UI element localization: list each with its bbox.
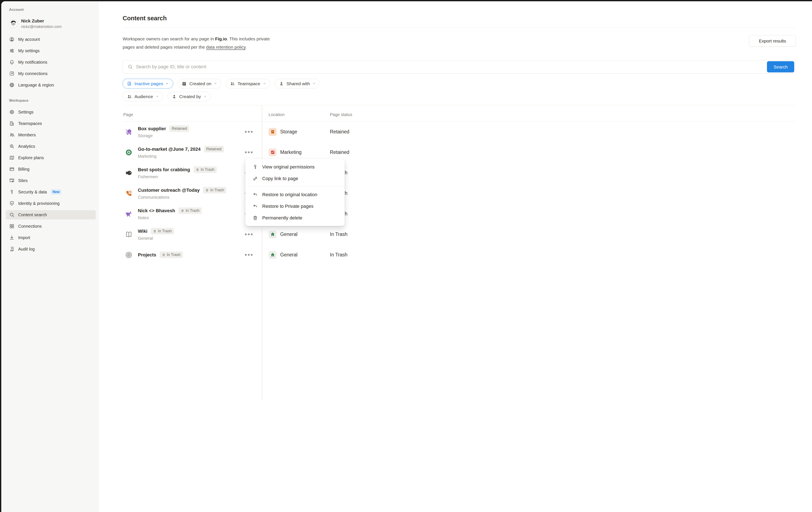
data-retention-policy-link[interactable]: data retention policy [206, 44, 245, 50]
new-badge: New [51, 189, 61, 194]
sidebar-item-settings[interactable]: Settings [6, 108, 96, 117]
search-icon [127, 64, 133, 69]
sidebar-item-my-notifications[interactable]: My notifications [6, 58, 96, 67]
trash-icon [162, 253, 165, 256]
sidebar-item-language-region[interactable]: Language & region [6, 80, 96, 90]
search-icon [9, 212, 14, 217]
sidebar-item-audit-log[interactable]: Audit log [6, 244, 96, 254]
filter-inactive-pages[interactable]: Inactive pages [123, 79, 173, 88]
sidebar-item-import[interactable]: Import [6, 233, 96, 242]
home-icon [268, 251, 277, 256]
menu-item-restore-private-pages[interactable]: Restore to Private pages [247, 201, 343, 212]
globe-icon [9, 82, 14, 88]
filter-created-on[interactable]: Created on [177, 79, 221, 88]
filter-row-2: Audience Created by [123, 92, 406, 101]
menu-item-permanently-delete[interactable]: Permanently delete [247, 212, 343, 224]
account-user: Nick Zuber nickz@makenotion.com [6, 17, 96, 30]
chevron-down-icon [166, 82, 169, 85]
fish-icon [125, 169, 133, 177]
account-nav: My account My settings My notifications … [6, 35, 96, 90]
status-badge: Retained [204, 146, 224, 152]
building-icon [9, 121, 14, 126]
sidebar-item-members[interactable]: Members [6, 130, 96, 140]
in-trash-badge: In Trash [203, 187, 226, 193]
map-icon [9, 155, 14, 160]
people-icon [127, 94, 132, 99]
arrow-up-right-square-icon [9, 71, 14, 76]
filter-shared-with[interactable]: Shared with [275, 79, 320, 88]
sidebar-item-security-data[interactable]: Security & data New [6, 187, 96, 197]
chevron-down-icon [203, 95, 207, 98]
link-icon [253, 176, 258, 181]
grid-icon [9, 223, 14, 229]
calendar-icon [182, 81, 187, 86]
sidebar-item-my-settings[interactable]: My settings [6, 46, 96, 55]
table-row[interactable]: Projects In Trash General In Trash [123, 245, 406, 256]
settings-modal: Account Nick Zuber nickz@makenotion.com … [1, 1, 406, 256]
undo-arrow-icon [253, 192, 258, 198]
user-email: nickz@makenotion.com [21, 25, 61, 29]
sidebar-item-explore-plans[interactable]: Explore plans [6, 153, 96, 162]
download-arrow-icon [9, 235, 14, 240]
person-circle-icon [9, 37, 14, 42]
target-icon [125, 148, 133, 156]
sidebar-item-billing[interactable]: Billing [6, 164, 96, 174]
row-more-button[interactable] [243, 230, 255, 239]
sidebar-item-sites[interactable]: Sites [6, 176, 96, 185]
filter-created-by[interactable]: Created by [168, 92, 211, 101]
column-header-page: Page [123, 112, 262, 117]
marketing-chart-icon [268, 148, 277, 156]
sidebar-item-teamspaces[interactable]: Teamspaces [6, 119, 96, 128]
sidebar: Account Nick Zuber nickz@makenotion.com … [1, 1, 98, 256]
user-name: Nick Zuber [21, 19, 61, 24]
sidebar-item-identity-provisioning[interactable]: Identity & provisioning [6, 199, 96, 208]
key-icon [253, 164, 258, 170]
workspace-name: Fig.io [215, 36, 227, 41]
people-icon [9, 132, 14, 138]
column-header-page-status: Page status [330, 112, 406, 117]
filter-audience[interactable]: Audience [123, 92, 163, 101]
shield-check-icon [9, 201, 14, 206]
credit-card-icon [9, 167, 14, 172]
target-outline-icon [125, 251, 133, 256]
sidebar-item-my-account[interactable]: My account [6, 35, 96, 44]
row-more-button[interactable] [243, 148, 255, 157]
in-trash-badge: In Trash [151, 228, 174, 235]
page-title: Content search [123, 15, 406, 22]
menu-divider [245, 186, 345, 187]
sidebar-item-analytics[interactable]: Analytics [6, 142, 96, 151]
gear-icon [9, 109, 14, 115]
menu-item-copy-link[interactable]: Copy link to page [247, 173, 343, 184]
sidebar-item-connections[interactable]: Connections [6, 221, 96, 231]
workspace-section-label: Workspace [6, 98, 96, 103]
in-trash-badge: In Trash [194, 167, 217, 173]
search-input[interactable] [136, 64, 406, 69]
sliders-icon [9, 48, 14, 54]
row-more-button[interactable] [243, 251, 255, 256]
trash-icon [253, 215, 258, 221]
sidebar-item-my-connections[interactable]: My connections [6, 69, 96, 78]
luggage-cart-icon [125, 128, 133, 136]
chevron-down-icon [156, 95, 159, 98]
menu-item-restore-original-location[interactable]: Restore to original location [247, 189, 343, 201]
table-header: Page Location Page status [123, 105, 406, 122]
filter-teamspace[interactable]: Teamspace [226, 79, 270, 88]
trash-icon [205, 188, 209, 192]
search-bar: Search [123, 60, 406, 73]
avatar [9, 20, 18, 28]
chevron-down-icon [214, 82, 217, 85]
chevron-down-icon [263, 82, 266, 85]
menu-item-view-original-permissions[interactable]: View original permissions [247, 161, 343, 173]
in-trash-badge: In Trash [160, 251, 183, 256]
table-row[interactable]: Box supplier Retained Storage Storage Re… [123, 122, 406, 142]
row-more-button[interactable] [243, 128, 255, 136]
home-icon [268, 231, 277, 238]
page-description: Workspace owners can search for any page… [123, 35, 330, 51]
book-icon [125, 231, 133, 238]
table-row[interactable]: Wiki In Trash General General In Trash [123, 224, 406, 245]
sidebar-item-content-search[interactable]: Content search [6, 210, 96, 219]
trash-icon [196, 168, 199, 172]
bell-icon [9, 59, 14, 65]
phone-icon [125, 189, 133, 198]
undo-arrow-icon [253, 204, 258, 209]
